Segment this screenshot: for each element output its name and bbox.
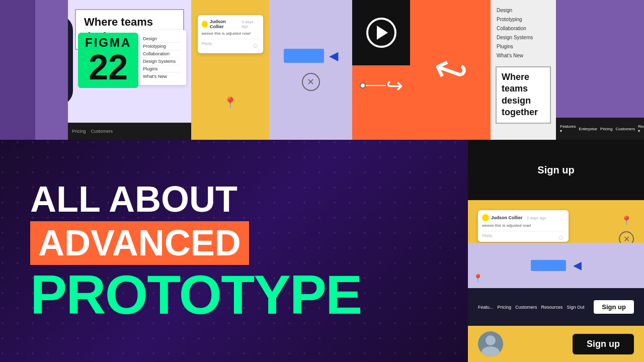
- rect-small: [531, 260, 566, 271]
- thumb-menu-right: Design Prototyping Collaboration Design …: [491, 0, 556, 140]
- nav-customers-r: Customers: [616, 127, 635, 131]
- arrow-icon: ◀: [329, 49, 338, 63]
- svg-point-9: [486, 335, 496, 345]
- nav-res-r2: Resources: [541, 305, 563, 310]
- where-teams-right-text: Where teams design together: [502, 71, 545, 119]
- curved-arrow-icon: ↩: [386, 74, 403, 97]
- rp-comment-yellow: Judson Collier 3 days ago weeee this is …: [468, 200, 644, 243]
- menu-r-new: What's New: [497, 51, 550, 60]
- nav-pricing-r2: Pricing: [498, 305, 512, 310]
- reply-bar-right: Reply ☺: [482, 231, 565, 238]
- thumb-purple1: [0, 0, 35, 140]
- commenter: Judson Collier 3 days ago: [202, 19, 259, 29]
- pin-icon-top: 📍: [223, 97, 237, 110]
- rp-signup-cell: Sign up: [468, 140, 644, 200]
- rect-arrow-group: ◀: [284, 49, 338, 63]
- menu-proto: Prototyping: [143, 43, 179, 50]
- menu-whats-new: What's New: [143, 73, 179, 80]
- menu-collab: Collaboration: [143, 50, 179, 58]
- nav-feat-r2: Featu...: [478, 305, 494, 310]
- thumb-purple3: Features ▾ Enterprise Pricing Customers …: [556, 0, 644, 140]
- comment-body: weeee this is adjusted now!: [202, 31, 259, 36]
- emoji-icon-right: ☺: [557, 233, 565, 241]
- comment-name: Judson Collier: [210, 19, 237, 29]
- dot-area: ↩: [352, 65, 410, 106]
- rp-nav: Featu... Pricing Customers Resources Sig…: [468, 288, 644, 326]
- thumb-orange: ↩: [410, 0, 491, 140]
- reply-text: Reply: [202, 41, 212, 46]
- dot-connector: [360, 82, 366, 88]
- nav-so-r2: Sign Out: [567, 305, 585, 310]
- thumb-where-teams-left: FIGMA 22 Where teams design together Pri…: [68, 0, 191, 140]
- comment-card-right: Judson Collier 3 days ago weeee this is …: [478, 210, 569, 242]
- reply-bar: Reply ☺: [202, 39, 259, 46]
- where-teams-frame-right: Where teams design together: [496, 66, 551, 124]
- nav-pricing: Pricing: [72, 129, 86, 134]
- pin-icon-right: 📍: [621, 215, 632, 226]
- rp-lavender: 📍 ◀: [468, 243, 644, 288]
- pin-icon-small: 📍: [473, 274, 483, 283]
- signup-bottom[interactable]: Sign up: [573, 334, 634, 354]
- close-circle-top: ✕: [302, 73, 320, 91]
- rect-element: [284, 49, 324, 63]
- sign-up-button[interactable]: Sign up: [519, 158, 592, 182]
- figma-logo-block: FIGMA 22: [68, 15, 138, 106]
- nav-features: Features ▾: [560, 124, 576, 133]
- thumb-purple2: [35, 0, 68, 140]
- menu-r-design: Design: [497, 6, 550, 15]
- advanced-wrapper: ADVANCED: [30, 219, 468, 267]
- avatar-dot-right: [482, 214, 489, 221]
- play-button[interactable]: [366, 18, 396, 48]
- nav-items-group: Featu... Pricing Customers Resources Sig…: [478, 305, 585, 310]
- figma-22-badge: FIGMA 22: [78, 33, 138, 88]
- main-content: ALL ABOUT ADVANCED PROTOTYPE: [0, 140, 468, 362]
- menu-ds: Design Systems: [143, 58, 179, 65]
- menu-design: Design: [143, 35, 179, 43]
- nav-pricing-r: Pricing: [600, 127, 612, 131]
- arrow-left-icon: ◀: [573, 259, 582, 272]
- figma-icon: [68, 15, 73, 106]
- connector-line: [366, 85, 386, 86]
- thumb-lavender: ◀ ✕: [269, 0, 352, 140]
- advanced-bg: ADVANCED: [30, 221, 249, 265]
- big-arrow-icon: ↩: [427, 42, 474, 98]
- menu-plugins: Plugins: [143, 65, 179, 73]
- comment-time: 3 days ago: [242, 20, 259, 29]
- commenter-right: Judson Collier 3 days ago: [482, 214, 565, 221]
- menu-r-plugins: Plugins: [497, 42, 550, 51]
- emoji-icon: ☺: [252, 41, 259, 49]
- menu-r-ds: Design Systems: [497, 33, 550, 42]
- figma-number: 22: [89, 50, 128, 85]
- reply-text-right: Reply: [482, 233, 492, 238]
- user-avatar: [478, 331, 503, 356]
- nav-customers: Customers: [91, 129, 113, 134]
- comment-body-right: weeee this is adjusted now!: [482, 223, 565, 228]
- text-block: ALL ABOUT ADVANCED PROTOTYPE: [30, 179, 468, 322]
- orange-bottom: ↩: [352, 65, 410, 140]
- advanced-text: ADVANCED: [38, 223, 241, 263]
- prototype-text: PROTOTYPE: [30, 267, 468, 322]
- comment-name-right: Judson Collier: [491, 215, 523, 220]
- thumb-black: ↩: [352, 0, 410, 140]
- menu-r-proto: Prototyping: [497, 15, 550, 24]
- all-about-text: ALL ABOUT: [30, 179, 468, 219]
- nav-bar-right: Features ▾ Enterprise Pricing Customers …: [556, 118, 644, 140]
- play-triangle-icon: [377, 26, 388, 40]
- nav-cust-r2: Customers: [515, 305, 537, 310]
- signup-right-small[interactable]: Sign up: [594, 300, 634, 314]
- thumb-yellow-comment: Judson Collier 3 days ago weeee this is …: [191, 0, 269, 140]
- menu-list-left: Design Prototyping Collaboration Design …: [136, 30, 186, 85]
- right-icons-group: 📍 ✕: [619, 215, 634, 246]
- nav-resources: Resources ▾: [638, 124, 644, 133]
- comment-time-right: 3 days ago: [527, 216, 546, 220]
- nav-bar-left: Pricing Customers: [68, 123, 191, 140]
- avatar-dot: [202, 21, 208, 28]
- nav-enterprise: Enterprise: [579, 127, 597, 131]
- play-area: [352, 0, 410, 65]
- comment-card-top: Judson Collier 3 days ago weeee this is …: [198, 15, 263, 53]
- menu-list-right: Design Prototyping Collaboration Design …: [491, 0, 556, 66]
- right-panel: Sign up Judson Collier 3 days ago weeee …: [468, 140, 644, 362]
- top-strip: FIGMA 22 Where teams design together Pri…: [0, 0, 644, 140]
- rp-bottom: Sign up: [468, 326, 644, 362]
- menu-r-collab: Collaboration: [497, 24, 550, 33]
